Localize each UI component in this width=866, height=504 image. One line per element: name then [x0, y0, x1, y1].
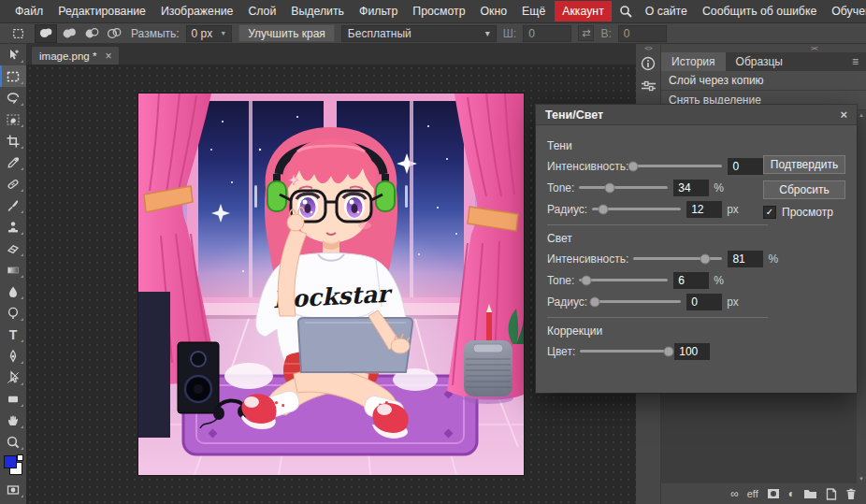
- new-group-icon[interactable]: [803, 488, 817, 499]
- path-select-tool[interactable]: [0, 367, 26, 388]
- panel-scrollbar[interactable]: ▲ ▼: [857, 110, 866, 483]
- pen-tool[interactable]: [0, 345, 26, 367]
- selection-modes: [35, 24, 124, 43]
- highlights-radius-slider[interactable]: [592, 300, 681, 303]
- slider-thumb[interactable]: [664, 346, 674, 356]
- color-correction-slider[interactable]: [580, 350, 669, 353]
- dropdown-arrow-icon[interactable]: ▼: [220, 30, 226, 36]
- preview-checkbox-row[interactable]: ✓ Просмотр: [763, 206, 845, 219]
- width-input[interactable]: 0: [523, 25, 571, 42]
- color-correction-value[interactable]: 100: [674, 343, 710, 360]
- scroll-up-icon[interactable]: ▲: [859, 112, 864, 118]
- mode-new-selection-icon[interactable]: [35, 24, 57, 43]
- delete-layer-icon[interactable]: [845, 488, 857, 500]
- panel-menu-icon[interactable]: ≡: [844, 55, 866, 68]
- height-input[interactable]: 0: [618, 25, 667, 42]
- highlights-tone-value[interactable]: 6: [673, 272, 709, 289]
- slider-thumb[interactable]: [590, 296, 600, 307]
- dodge-tool[interactable]: [0, 302, 26, 324]
- move-tool[interactable]: [0, 44, 26, 65]
- search-icon[interactable]: [613, 1, 638, 22]
- rectangle-select-tool[interactable]: [0, 65, 26, 87]
- shadows-tone-slider[interactable]: [579, 186, 668, 189]
- menu-about[interactable]: О сайте: [638, 1, 695, 22]
- lasso-tool[interactable]: [0, 87, 26, 108]
- layer-mask-icon[interactable]: [767, 488, 780, 499]
- eyedropper-tool[interactable]: [0, 151, 26, 173]
- quick-mask-button[interactable]: [0, 479, 26, 500]
- confirm-button[interactable]: Подтвердить: [763, 155, 845, 174]
- dialog-close-icon[interactable]: ×: [840, 108, 847, 122]
- layer-effects-button[interactable]: eff: [747, 488, 758, 499]
- shadows-radius-row: Радиус: 12 px: [547, 198, 768, 220]
- quick-selection-tool[interactable]: [0, 108, 26, 130]
- clone-stamp-tool[interactable]: [0, 216, 26, 238]
- dialog-titlebar[interactable]: Тени/Свет ×: [536, 105, 857, 125]
- mode-subtract-selection-icon[interactable]: [81, 25, 102, 42]
- refine-edge-button[interactable]: Улучшить края: [238, 24, 335, 42]
- brush-tool[interactable]: [0, 194, 26, 216]
- eraser-tool[interactable]: [0, 238, 26, 259]
- menu-file[interactable]: Файл: [7, 1, 51, 22]
- account-button[interactable]: Аккаунт: [555, 1, 612, 22]
- shadows-tone-value[interactable]: 34: [673, 180, 709, 196]
- collapse-panels-icon[interactable]: <>: [644, 44, 651, 52]
- menu-image[interactable]: Изображение: [153, 1, 240, 22]
- canvas-image[interactable]: Rockstar: [138, 94, 524, 475]
- color-swatches[interactable]: [0, 453, 26, 479]
- default-colors-icon[interactable]: [17, 454, 23, 461]
- tab-swatches[interactable]: Образцы: [726, 52, 793, 71]
- slider-thumb[interactable]: [581, 275, 591, 285]
- adjustment-layer-icon[interactable]: ◐: [788, 487, 795, 500]
- slider-thumb[interactable]: [604, 182, 614, 193]
- menu-edit[interactable]: Редактирование: [51, 1, 153, 22]
- blur-tool[interactable]: [0, 281, 26, 302]
- type-tool[interactable]: T: [0, 324, 26, 345]
- zoom-tool[interactable]: [0, 431, 26, 453]
- scroll-down-icon[interactable]: ▼: [859, 476, 864, 482]
- shape-tool[interactable]: [0, 388, 26, 410]
- crop-tool[interactable]: [0, 130, 26, 151]
- healing-tool[interactable]: [0, 173, 26, 194]
- close-tab-icon[interactable]: ×: [105, 50, 111, 63]
- tab-history[interactable]: История: [661, 52, 726, 71]
- shadows-radius-value[interactable]: 12: [686, 201, 722, 218]
- swap-dimensions-icon[interactable]: ⇄: [578, 25, 594, 41]
- preview-checkbox[interactable]: ✓: [763, 206, 776, 219]
- new-layer-icon[interactable]: [826, 488, 837, 500]
- history-step[interactable]: Слой через копию: [661, 71, 866, 91]
- link-layers-icon[interactable]: ∞: [730, 487, 739, 500]
- slider-thumb[interactable]: [628, 161, 639, 171]
- menu-filter[interactable]: Фильтр: [352, 1, 405, 22]
- highlights-radius-value[interactable]: 0: [686, 294, 722, 310]
- menu-learn[interactable]: Обучение: [824, 1, 866, 22]
- menu-window[interactable]: Окно: [473, 1, 515, 22]
- highlights-amount-value[interactable]: 81: [728, 251, 763, 267]
- slider-thumb[interactable]: [598, 204, 608, 214]
- highlights-tone-slider[interactable]: [579, 279, 668, 281]
- feather-input[interactable]: 0 px▼: [186, 25, 233, 42]
- mode-add-selection-icon[interactable]: [59, 25, 79, 42]
- shadows-amount-value[interactable]: 0: [728, 158, 763, 175]
- menu-view[interactable]: Просмотр: [405, 1, 472, 22]
- menu-layer[interactable]: Слой: [240, 1, 283, 22]
- menu-report-bug[interactable]: Сообщить об ошибке: [695, 1, 824, 22]
- hand-tool[interactable]: [0, 410, 26, 431]
- menu-more[interactable]: Ещё: [514, 1, 553, 22]
- slider-thumb[interactable]: [700, 253, 711, 264]
- collapse-panel-icon[interactable]: ><: [661, 44, 866, 52]
- keyboard-shortcuts-button[interactable]: [0, 500, 26, 504]
- gradient-tool[interactable]: [0, 259, 26, 281]
- foreground-color-swatch[interactable]: [4, 455, 17, 468]
- shadows-radius-slider[interactable]: [592, 208, 681, 210]
- mode-intersect-selection-icon[interactable]: [104, 25, 124, 42]
- document-tab[interactable]: image.png * ×: [32, 47, 119, 65]
- highlights-amount-row: Интенсивность: 81 %: [547, 248, 768, 269]
- menu-select[interactable]: Выделить: [283, 1, 352, 22]
- reset-button[interactable]: Сбросить: [763, 180, 845, 199]
- shadows-amount-slider[interactable]: [633, 165, 722, 167]
- license-select[interactable]: Бесплатный▾: [341, 25, 497, 42]
- properties-panel-icon[interactable]: [636, 75, 660, 97]
- highlights-amount-slider[interactable]: [633, 257, 722, 260]
- info-panel-icon[interactable]: [636, 52, 660, 75]
